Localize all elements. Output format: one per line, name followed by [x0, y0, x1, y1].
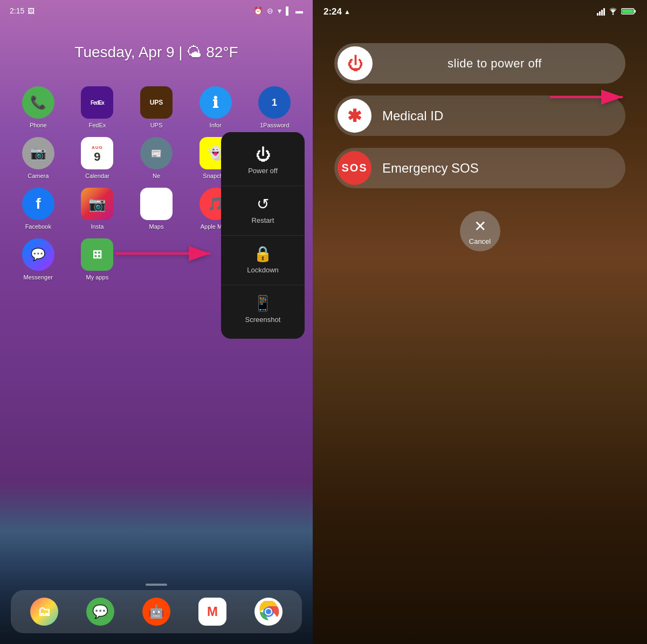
- lockdown-label: Lockdown: [247, 266, 279, 274]
- android-status-left: 2:15 🖼: [10, 6, 35, 15]
- app-ups[interactable]: UPS UPS: [129, 86, 184, 128]
- screenshot-item[interactable]: 📱 Screenshot: [221, 285, 305, 334]
- calendar-label: Calendar: [85, 173, 109, 179]
- info-label: Infor: [210, 122, 222, 128]
- date-display: Tuesday, Apr 9 | 🌤 82°F: [74, 44, 238, 60]
- chrome-icon: [254, 598, 283, 626]
- app-info[interactable]: ℹ Infor: [188, 86, 243, 128]
- power-icon: ⏻: [347, 54, 363, 73]
- app-camera[interactable]: 📷 Camera: [11, 137, 66, 179]
- dnd-icon: ⊖: [267, 6, 273, 15]
- fedex-icon: FedEx: [81, 86, 113, 119]
- cancel-label: Cancel: [469, 237, 491, 245]
- android-time: 2:15: [10, 6, 24, 15]
- ios-slider-arrow: [545, 84, 631, 113]
- signal-bar-3: [601, 10, 603, 16]
- ios-panel: 2:24 ▲: [313, 0, 647, 644]
- phone-label: Phone: [30, 122, 47, 128]
- lockdown-item[interactable]: 🔒 Lockdown: [221, 236, 305, 285]
- dock-gmail[interactable]: M: [198, 598, 226, 626]
- power-off-icon: ⏻: [256, 147, 271, 162]
- alarm-icon: ⏰: [253, 6, 263, 15]
- app-fedex[interactable]: FedEx FedEx: [70, 86, 125, 128]
- app-instagram[interactable]: 📷 Insta: [70, 188, 125, 230]
- 1password-label: 1Password: [260, 122, 289, 128]
- dock-messages[interactable]: 💬: [86, 598, 114, 626]
- ios-signal-bars: [597, 8, 605, 16]
- app-1password[interactable]: 1 1Password: [247, 86, 302, 128]
- restart-icon: ↺: [257, 197, 269, 212]
- reddit-icon: 🤖: [142, 598, 170, 626]
- android-dock: 🗂 💬 🤖 M: [11, 590, 302, 633]
- maps-label: Maps: [149, 223, 164, 230]
- medical-asterisk-symbol: ✱: [347, 106, 362, 126]
- svg-rect-13: [622, 9, 634, 13]
- svg-point-9: [266, 609, 271, 614]
- fedex-label: FedEx: [88, 122, 106, 128]
- svg-rect-12: [635, 10, 636, 12]
- power-menu: ⏻ Power off ↺ Restart 🔒 Lockdown 📱 Scree…: [221, 132, 305, 339]
- info-icon: ℹ: [199, 86, 232, 119]
- ios-status-bar: 2:24 ▲: [313, 0, 647, 24]
- sos-symbol: SOS: [341, 162, 367, 174]
- power-off-item[interactable]: ⏻ Power off: [221, 136, 305, 186]
- restart-label: Restart: [252, 216, 274, 224]
- phone-icon: 📞: [22, 86, 54, 119]
- signal-bar-1: [597, 13, 598, 16]
- power-slider-thumb: ⏻: [338, 46, 373, 80]
- dock-hint: [0, 584, 313, 586]
- signal-icon: ▌: [286, 6, 291, 15]
- android-restart-arrow: [111, 237, 218, 272]
- instagram-icon: 📷: [81, 188, 113, 220]
- app-calendar[interactable]: AUG 9 Calendar: [70, 137, 125, 179]
- dock-files[interactable]: 🗂: [30, 598, 58, 626]
- 1password-icon: 1: [258, 86, 291, 119]
- slide-to-power-off-slider[interactable]: ⏻ slide to power off: [334, 43, 625, 84]
- signal-bar-2: [599, 11, 601, 16]
- svg-text:1: 1: [272, 97, 277, 108]
- slide-to-power-off-label: slide to power off: [373, 57, 622, 71]
- myapps-label: My apps: [86, 274, 109, 280]
- camera-icon: 📷: [22, 137, 54, 169]
- cancel-x-icon: ✕: [474, 217, 486, 235]
- app-ne[interactable]: 📰 Ne: [129, 137, 184, 179]
- calendar-icon: AUG 9: [81, 137, 113, 169]
- sos-icon: SOS: [338, 151, 371, 185]
- ups-icon: UPS: [140, 86, 173, 119]
- app-facebook[interactable]: f Facebook: [11, 188, 66, 230]
- android-photo-icon: 🖼: [27, 7, 35, 15]
- lockdown-icon: 🔒: [253, 246, 272, 262]
- messenger-label: Messenger: [24, 274, 53, 280]
- ios-content: ⏻ slide to power off ✱ Medical ID: [313, 32, 647, 644]
- screenshot-label: Screenshot: [245, 316, 281, 324]
- facebook-label: Facebook: [25, 223, 51, 230]
- app-messenger[interactable]: 💬 Messenger: [11, 238, 66, 280]
- android-status-bar: 2:15 🖼 ⏰ ⊖ ▾ ▌ ▬: [0, 0, 313, 22]
- android-status-right: ⏰ ⊖ ▾ ▌ ▬: [253, 6, 303, 15]
- signal-bar-4: [603, 8, 605, 16]
- wifi-icon: ▾: [278, 6, 281, 15]
- emergency-sos-button[interactable]: SOS Emergency SOS: [334, 148, 625, 188]
- cancel-button[interactable]: ✕ Cancel: [460, 211, 500, 251]
- medical-id-label: Medical ID: [382, 108, 443, 124]
- files-icon: 🗂: [30, 598, 58, 626]
- dock-reddit[interactable]: 🤖: [142, 598, 170, 626]
- screenshot-icon: 📱: [253, 296, 272, 311]
- dock-hint-bar: [146, 584, 167, 586]
- dock-chrome[interactable]: [254, 598, 283, 626]
- app-maps[interactable]: 🗺 Maps: [129, 188, 184, 230]
- ios-time: 2:24: [324, 6, 342, 17]
- android-panel: 2:15 🖼 ⏰ ⊖ ▾ ▌ ▬ Tuesday, Apr 9 | 🌤 82°F…: [0, 0, 313, 644]
- medical-id-icon: ✱: [338, 99, 371, 133]
- messages-icon: 💬: [86, 598, 114, 626]
- app-phone[interactable]: 📞 Phone: [11, 86, 66, 128]
- ios-battery-icon: [621, 8, 636, 17]
- restart-item[interactable]: ↺ Restart: [221, 186, 305, 236]
- battery-icon: ▬: [295, 6, 303, 15]
- ios-wifi-icon: [608, 8, 618, 17]
- ios-location-icon: ▲: [344, 8, 350, 16]
- ne-label: Ne: [153, 173, 160, 179]
- emergency-sos-label: Emergency SOS: [382, 161, 479, 176]
- messenger-icon: 💬: [22, 238, 54, 271]
- gmail-icon: M: [198, 598, 226, 626]
